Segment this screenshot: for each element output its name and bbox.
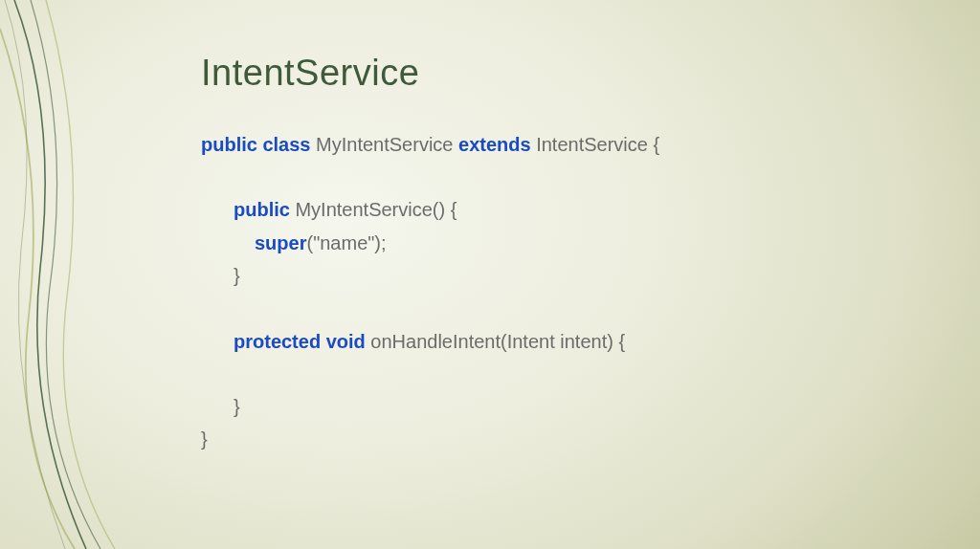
keyword: extends	[458, 134, 531, 155]
blank-line	[201, 161, 923, 193]
code-line-7: }	[201, 423, 923, 455]
code-text: }	[234, 265, 240, 286]
code-line-2: public MyIntentService() {	[201, 193, 923, 226]
blank-line	[201, 293, 923, 325]
keyword: public class	[201, 134, 311, 155]
code-block: public class MyIntentService extends Int…	[201, 128, 923, 456]
code-text: onHandleIntent(Intent intent) {	[366, 331, 625, 352]
blank-line	[201, 358, 923, 390]
code-line-5: protected void onHandleIntent(Intent int…	[201, 325, 923, 358]
code-line-3: super("name");	[201, 227, 923, 259]
code-text: ("name");	[306, 232, 386, 253]
code-text: }	[234, 396, 240, 417]
keyword: protected void	[234, 331, 366, 352]
decorative-curves	[0, 0, 211, 549]
keyword: super	[255, 232, 306, 253]
code-text: MyIntentService	[311, 134, 459, 155]
code-line-6: }	[201, 390, 923, 423]
code-text: }	[201, 428, 208, 450]
slide-title: IntentService	[201, 53, 923, 94]
code-text: MyIntentService() {	[290, 199, 457, 220]
code-text: IntentService {	[531, 134, 660, 155]
keyword: public	[234, 199, 290, 220]
slide-content: IntentService public class MyIntentServi…	[201, 53, 923, 456]
code-line-1: public class MyIntentService extends Int…	[201, 128, 923, 161]
code-line-4: }	[201, 259, 923, 292]
